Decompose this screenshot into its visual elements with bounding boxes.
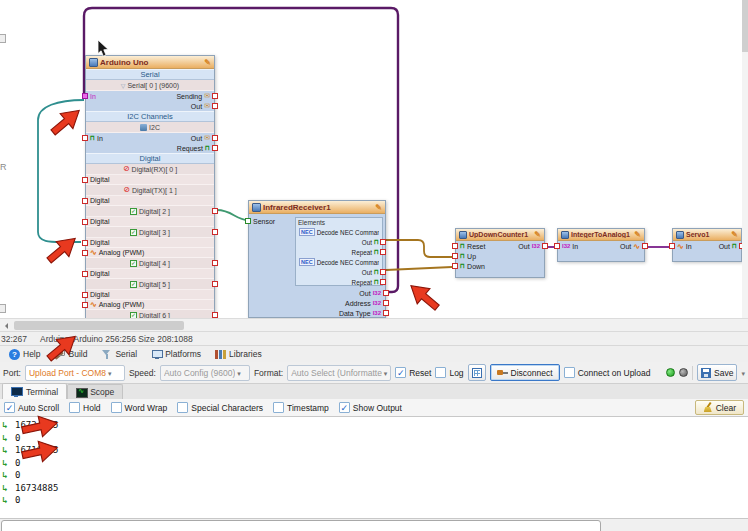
log-grid-button[interactable] (468, 364, 486, 381)
digital-channel-3[interactable]: Digital[ 3 ] (86, 227, 214, 238)
disabled-icon[interactable] (123, 186, 130, 194)
tab-serial[interactable]: Serial (94, 346, 144, 362)
pin[interactable] (82, 219, 88, 225)
pin-cmd1-out[interactable] (380, 239, 386, 245)
wire-cmd1-out-to-up[interactable] (386, 240, 452, 257)
digital-channel-5[interactable]: Digital[ 5 ] (86, 279, 214, 290)
enabled-checkbox-icon[interactable] (130, 260, 137, 267)
checkbox-box[interactable] (111, 402, 122, 413)
terminal-tab[interactable]: Terminal (2, 383, 67, 399)
chevron-down-icon[interactable] (741, 368, 745, 378)
edit-properties-icon[interactable] (375, 203, 382, 212)
scrollbar-thumb[interactable] (14, 321, 184, 330)
pin[interactable] (82, 271, 88, 277)
format-select[interactable]: Auto Select (Unformatted (287, 365, 391, 381)
autoscroll-checkbox[interactable]: Auto Scroll (4, 402, 59, 413)
servo-block[interactable]: Servo1 In Out (672, 228, 742, 262)
pin-cmd1-repeat[interactable] (380, 249, 386, 255)
enabled-checkbox-icon[interactable] (130, 281, 137, 288)
digital-channel-1[interactable]: Digital(TX)[ 1 ] (86, 185, 214, 196)
pin-digital2-out[interactable] (212, 208, 218, 214)
pin-ir-datatype[interactable] (383, 310, 389, 316)
pin-sensor[interactable] (245, 218, 251, 224)
wire-cmd2-out-to-down[interactable] (386, 267, 452, 270)
tab-libraries[interactable]: Libraries (208, 346, 269, 362)
edit-properties-icon[interactable] (534, 230, 541, 239)
hold-checkbox[interactable]: Hold (69, 402, 100, 413)
pin-i2a-in[interactable] (554, 243, 560, 249)
digital-channel-0[interactable]: Digital(RX)[ 0 ] (86, 164, 214, 175)
infrared-receiver-block[interactable]: InfraredReceiver1 Sensor Elements NECDec… (248, 200, 386, 318)
checkbox-box[interactable] (435, 367, 446, 378)
i2c-channel-row[interactable]: I2C (86, 122, 214, 133)
pin-cmd2-out[interactable] (380, 269, 386, 275)
pin[interactable] (82, 302, 88, 308)
nec-command-1[interactable]: NECDecode NEC Command1 (296, 227, 382, 237)
edit-properties-icon[interactable] (204, 58, 211, 67)
terminal-output[interactable]: 16734885 0 16716015 0 0 16734885 0 (0, 416, 748, 519)
log-checkbox[interactable]: Log (435, 367, 463, 378)
edit-properties-icon[interactable] (731, 230, 738, 239)
special-characters-checkbox[interactable]: Special Characters (177, 402, 263, 413)
integer-to-analog-block[interactable]: IntegerToAnalog1 I32In Out (557, 228, 645, 262)
pin-digital3-out[interactable] (212, 229, 218, 235)
pin-ir-address[interactable] (383, 300, 389, 306)
arduino-uno-block[interactable]: Arduino Uno Serial Serial[ 0 ] (9600) In… (85, 55, 215, 318)
updown-counter-block[interactable]: UpDownCounter1 Reset OutI32 Up Down (455, 228, 545, 278)
disabled-icon[interactable] (123, 165, 130, 173)
digital-channel-2[interactable]: Digital[ 2 ] (86, 206, 214, 217)
connect-on-upload-checkbox[interactable]: Connect on Upload (564, 367, 651, 378)
pin-serial-sending[interactable] (212, 93, 218, 99)
speed-select[interactable]: Auto Config (9600) (160, 365, 250, 381)
arduino-block-header[interactable]: Arduino Uno (86, 56, 214, 69)
pin-counter-out[interactable] (542, 243, 548, 249)
design-canvas[interactable]: R Arduino Uno Serial Serial[ 0 ] (9600) … (0, 0, 748, 318)
pin-i2c-out[interactable] (212, 135, 218, 141)
pin-ir-out[interactable] (383, 290, 389, 296)
serial-channel-row[interactable]: Serial[ 0 ] (9600) (86, 80, 214, 91)
digital-channel-4[interactable]: Digital[ 4 ] (86, 258, 214, 269)
tab-platforms[interactable]: Platforms (144, 346, 208, 362)
checkbox-box[interactable] (69, 402, 80, 413)
pin-digital3-in[interactable] (82, 240, 88, 246)
pin[interactable] (82, 177, 88, 183)
pin-i2c-request[interactable] (212, 145, 218, 151)
pin-i2c-in[interactable] (82, 135, 88, 141)
pin-up[interactable] (452, 253, 458, 259)
wire-left-loop[interactable] (38, 100, 84, 242)
timestamp-checkbox[interactable]: Timestamp (273, 402, 329, 413)
disconnect-button[interactable]: Disconnect (490, 364, 560, 381)
pin-serial-out[interactable] (212, 103, 218, 109)
show-output-checkbox[interactable]: Show Output (339, 402, 402, 413)
checkbox-box[interactable] (4, 402, 15, 413)
pin-down[interactable] (452, 263, 458, 269)
port-select[interactable]: Upload Port - COM8 (25, 365, 125, 381)
pin[interactable] (212, 281, 218, 287)
wordwrap-checkbox[interactable]: Word Wrap (111, 402, 168, 413)
pin-serial-in[interactable] (82, 93, 88, 99)
edit-properties-icon[interactable] (634, 230, 641, 239)
pin[interactable] (82, 198, 88, 204)
pin[interactable] (212, 260, 218, 266)
scrollbar-thumb[interactable] (742, 0, 748, 52)
pin-reset[interactable] (452, 243, 458, 249)
digital-channel-6[interactable]: Digital[ 6 ] (86, 310, 214, 318)
enabled-checkbox-icon[interactable] (130, 229, 137, 236)
servo-block-header[interactable]: Servo1 (673, 229, 741, 241)
checkbox-box[interactable] (395, 367, 406, 378)
pin-i2a-out[interactable] (642, 243, 648, 249)
checkbox-box[interactable] (273, 402, 284, 413)
clear-button[interactable]: Clear (695, 400, 744, 415)
save-button[interactable]: Save (697, 364, 737, 381)
checkbox-box[interactable] (564, 367, 575, 378)
scope-tab[interactable]: Scope (67, 384, 123, 399)
pin-servo-in[interactable] (669, 243, 675, 249)
pin[interactable] (82, 250, 88, 256)
checkbox-box[interactable] (339, 402, 350, 413)
counter-block-header[interactable]: UpDownCounter1 (456, 229, 544, 241)
pin[interactable] (82, 292, 88, 298)
tab-build[interactable]: Build (47, 346, 94, 362)
tab-help[interactable]: Help (2, 346, 47, 362)
wire-digital2-to-sensor[interactable] (217, 210, 248, 220)
pin-cmd2-repeat[interactable] (380, 279, 386, 285)
